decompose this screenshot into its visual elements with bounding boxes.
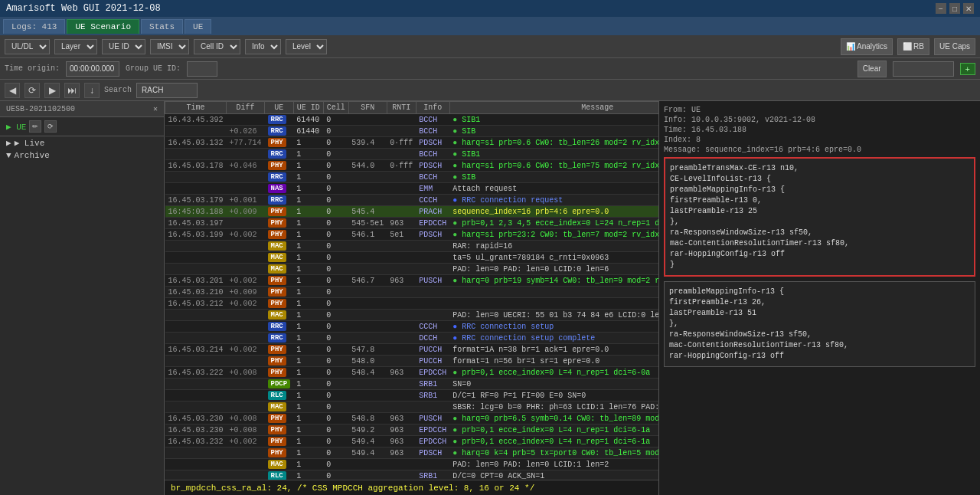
col-ue: UE [265, 102, 294, 114]
table-row[interactable]: RRC 1 0 CCCH ● RRC connection setup [165, 321, 659, 333]
sidebar-item-archive[interactable]: ▼ Archive [0, 149, 164, 162]
code-line: } [670, 260, 969, 270]
table-row[interactable]: MAC 1 0 PAD: len=0 PAD: len=0 LCID:0 len… [165, 264, 659, 275]
table-row[interactable]: PHY 1 0 549.4 963 PDSCH ● harq=0 k=4 prb… [165, 447, 659, 459]
cell-message: ● harq=si prb=23:2 CW0: tb_len=7 mod=2 r… [449, 229, 658, 241]
table-row[interactable]: NAS 1 0 EMM Attach request [165, 183, 659, 195]
table-row[interactable]: MAC 1 0 SBSR: lcg=0 b=0 PHR: ph=63 LCID:… [165, 402, 659, 413]
table-row[interactable]: 16.45.03.197 PHY 1 0 545∙5e1 963 EPDCCH … [165, 218, 659, 229]
cell-cell: 0 [323, 264, 348, 275]
ue-caps-button[interactable]: UE Caps [934, 38, 975, 55]
col-cell: Cell [323, 102, 348, 114]
rb-icon: ⬜ [903, 42, 912, 51]
cell-diff [227, 264, 265, 275]
layer-select[interactable]: Layer [54, 39, 97, 54]
rb-button[interactable]: ⬜ RB [897, 38, 929, 55]
table-row[interactable]: 16:45:03.188 +0.009 PHY 1 0 545.4 PRACH … [165, 206, 659, 218]
table-row[interactable]: 16.45.03.210 +0.009 PHY 1 0 [165, 287, 659, 298]
table-row[interactable]: 16.45.03.178 +0.046 PHY 1 0 544.0 0∙fff … [165, 160, 659, 172]
cell-ueid: 1 [293, 183, 323, 195]
cell-ue: RRC [265, 114, 294, 126]
right-panel-header: From: UE Info: 10.0.0.35:9002, v2021-12-… [664, 106, 975, 154]
cell-ue: PDCP [265, 379, 294, 390]
cell-info: PUSCH [416, 275, 449, 287]
tab-ue-scenario[interactable]: UE Scenario [67, 19, 139, 34]
table-row[interactable]: PDCP 1 0 SRB1 SN=0 [165, 379, 659, 390]
code-line: lastPreamble-r13 25 [670, 206, 969, 217]
cell-ueid: 1 [293, 206, 323, 218]
table-row[interactable]: 16.45.03.222 +0.008 PHY 1 0 548.4 963 EP… [165, 367, 659, 379]
tab-stats[interactable]: Stats [141, 19, 183, 34]
time-origin-input[interactable] [66, 61, 119, 77]
nav-forward-button[interactable]: ▶ [44, 83, 60, 98]
tab-logs[interactable]: Logs: 413 [3, 19, 65, 34]
cell-ue: RRC [265, 149, 294, 160]
ue-edit-button[interactable]: ✏ [29, 120, 41, 133]
log-table[interactable]: Time Diff UE UE ID Cell SFN RNTI Info Me… [165, 101, 658, 495]
cell-time: 16.45.03.132 [165, 137, 227, 149]
table-row[interactable]: RRC 1 0 BCCH ● SIB [165, 172, 659, 183]
info-select[interactable]: Info [245, 39, 281, 54]
cell-message: ● harq=0 prb=19 symb=14 CW0: tb_len=9 mo… [449, 275, 658, 287]
sidebar-item-live[interactable]: ▶ ▶ Live [0, 136, 164, 149]
table-row[interactable]: +0.026 RRC 61440 0 BCCH ● SIB [165, 126, 659, 137]
code-line: preambleMappingInfo-r13 { [669, 287, 970, 297]
table-row[interactable]: RRC 1 0 BCCH ● SIB1 [165, 149, 659, 160]
add-filter-button[interactable]: + [960, 63, 975, 75]
analytics-button[interactable]: 📊 Analytics [841, 38, 893, 55]
cell-cell: 0 [323, 218, 348, 229]
close-sidebar-icon[interactable]: ✕ [153, 104, 158, 113]
cell-diff: +0.009 [227, 287, 265, 298]
maximize-button[interactable]: □ [949, 3, 960, 14]
nav-back-button[interactable]: ◀ [5, 83, 20, 98]
nav-end-button[interactable]: ⏭ [64, 83, 80, 98]
table-row[interactable]: 16.45.03.214 +0.002 PHY 1 0 547.8 PUCCH … [165, 344, 659, 356]
table-row[interactable]: 16.45.03.212 +0.002 PHY 1 0 [165, 298, 659, 310]
search-input[interactable] [136, 83, 198, 98]
cell-sfn: 546.7 [348, 275, 387, 287]
table-row[interactable]: 16.45.03.201 +0.002 PHY 1 0 546.7 963 PU… [165, 275, 659, 287]
code-line: }, [669, 319, 970, 329]
cell-cell: 0 [323, 425, 348, 436]
filter-value-input[interactable] [893, 61, 954, 77]
table-row[interactable]: MAC 1 0 ta=5 ul_grant=789184 c_rnti=0x09… [165, 252, 659, 264]
cell-sfn: 547.8 [348, 344, 387, 356]
table-row[interactable]: MAC 1 0 RAR: rapid=16 [165, 241, 659, 252]
clear-button[interactable]: Clear [858, 61, 887, 77]
table-row[interactable]: MAC 1 0 PAD: len=0 PAD: len=0 LCID:1 len… [165, 459, 659, 470]
table-row[interactable]: RLC 1 0 SRB1 D/C=1 RF=0 P=1 FI=00 E=0 SN… [165, 390, 659, 402]
table-row[interactable]: 16.45.03.230 +0.008 PHY 1 0 548.8 963 PU… [165, 413, 659, 425]
sidebar: UESB-2021102500 ✕ ▶ UE ✏ ⟳ ▶ ▶ Live ▼ Ar… [0, 101, 165, 495]
cell-cell: 0 [323, 447, 348, 459]
ueid-select[interactable]: UE ID [102, 39, 145, 54]
table-row[interactable]: 16.45.03.199 +0.002 PHY 1 0 546.1 5e1 PD… [165, 229, 659, 241]
mode-select[interactable]: UL/DL UL DL [5, 39, 50, 54]
table-row[interactable]: 16.45.03.230 +0.008 PHY 1 0 549.2 963 EP… [165, 425, 659, 436]
table-row[interactable]: 16.45.03.232 +0.002 PHY 1 0 549.4 963 EP… [165, 436, 659, 447]
cell-message: ● prb=0,1 ecce_index=0 L=4 n_rep=1 dci=6… [449, 436, 658, 447]
close-button[interactable]: ✕ [963, 3, 974, 14]
level-select[interactable]: Level [286, 39, 327, 54]
group-ue-label: Group UE ID: [126, 64, 181, 73]
table-row[interactable]: 16.45.03.179 +0.001 RRC 1 0 CCCH ● RRC c… [165, 195, 659, 206]
table-row[interactable]: PHY 1 0 548.0 PUCCH format=1 n=56 br=1 s… [165, 356, 659, 367]
table-row[interactable]: MAC 1 0 PAD: len=0 UECRI: 55 01 b3 74 84… [165, 310, 659, 321]
ue-refresh-button[interactable]: ⟳ [44, 120, 57, 133]
nav-export-button[interactable]: ↓ [84, 83, 100, 98]
table-row[interactable]: 16.45.03.132 +77.714 PHY 1 0 539.4 0∙fff… [165, 137, 659, 149]
tab-ue[interactable]: UE [185, 19, 211, 34]
cell-time [165, 379, 227, 390]
nav-refresh-button[interactable]: ⟳ [24, 83, 40, 98]
table-row[interactable]: RRC 1 0 DCCH ● RRC connection setup comp… [165, 333, 659, 344]
cell-time [165, 149, 227, 160]
group-ue-input[interactable] [187, 61, 217, 77]
cell-info: EPDCCH [416, 436, 449, 447]
cell-ue: RRC [265, 333, 294, 344]
cell-rnti [387, 333, 416, 344]
cell-cell: 0 [323, 183, 348, 195]
table-row[interactable]: 16.43.45.392 RRC 61440 0 BCCH ● SIB1 [165, 114, 659, 126]
searchbar: ◀ ⟳ ▶ ⏭ ↓ Search [0, 80, 980, 101]
cellid-select[interactable]: Cell ID [194, 39, 240, 54]
minimize-button[interactable]: − [936, 3, 946, 14]
imsi-select[interactable]: IMSI [150, 39, 189, 54]
